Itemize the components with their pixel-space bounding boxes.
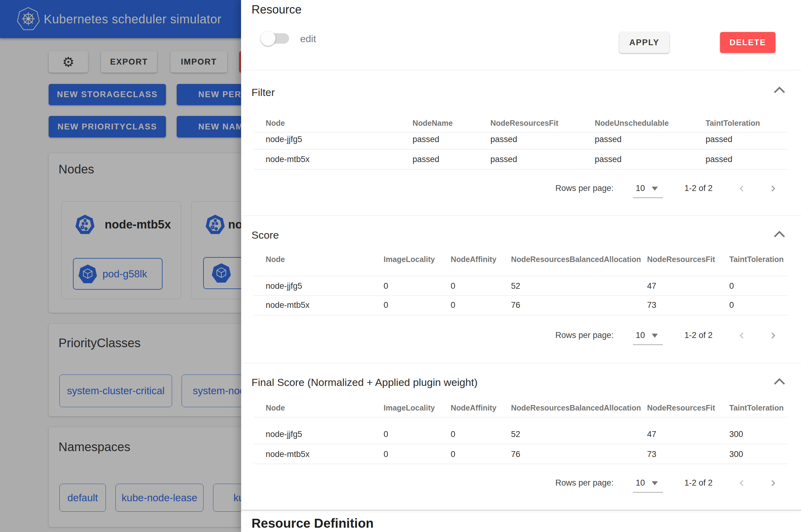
chevron-right-icon[interactable] xyxy=(768,478,778,488)
table-divider xyxy=(254,276,787,276)
filter-section-title: Filter xyxy=(252,86,275,99)
table-cell: node-mtb5x xyxy=(266,448,310,461)
table-header-cell: Node xyxy=(266,401,285,415)
select-underline xyxy=(633,197,663,198)
table-header-cell: NodeAffinity xyxy=(451,401,496,415)
card-edge-divider xyxy=(241,70,241,511)
table-cell: 52 xyxy=(511,428,520,441)
resource-definition-title: Resource Definition xyxy=(252,516,374,531)
chevron-left-icon[interactable] xyxy=(737,184,747,193)
rows-per-page-select[interactable]: 10 xyxy=(633,328,648,342)
table-cell: passed xyxy=(706,153,732,166)
caret-down-icon[interactable] xyxy=(652,334,658,338)
table-divider xyxy=(254,296,787,296)
edit-toggle-knob[interactable] xyxy=(261,31,275,46)
table-header-cell: TaintToleration xyxy=(729,252,784,266)
table-cell: passed xyxy=(413,153,439,166)
table-cell: 52 xyxy=(511,279,520,293)
table-header-cell: TaintToleration xyxy=(706,116,760,130)
table-cell: 76 xyxy=(511,298,520,312)
rows-per-page-label: Rows per page: xyxy=(552,476,614,490)
rows-per-page-select[interactable]: 10 xyxy=(633,476,648,490)
table-header-cell: ImageLocality xyxy=(384,252,435,266)
chevron-right-icon[interactable] xyxy=(768,184,778,193)
screen: Kubernetes scheduler simulator ⚙ EXPORT … xyxy=(0,0,801,532)
pagination-range: 1-2 of 2 xyxy=(677,182,720,195)
table-cell: node-jjfg5 xyxy=(266,279,302,293)
table-cell: 73 xyxy=(647,298,656,312)
table-header-cell: NodeName xyxy=(413,116,453,130)
table-cell: passed xyxy=(490,153,517,166)
rows-per-page-label: Rows per page: xyxy=(552,182,614,195)
table-cell: 0 xyxy=(451,448,455,461)
table-cell: 73 xyxy=(647,448,656,461)
table-header-cell: Node xyxy=(266,252,285,266)
collapse-filter-icon[interactable] xyxy=(773,87,786,94)
table-header-cell: NodeUnschedulable xyxy=(595,116,669,130)
table-cell: 0 xyxy=(384,298,388,312)
rows-per-page-label: Rows per page: xyxy=(552,328,614,342)
table-divider xyxy=(254,169,787,169)
table-cell: node-mtb5x xyxy=(266,153,310,166)
select-underline xyxy=(633,492,663,493)
section-divider xyxy=(241,510,801,511)
caret-down-icon[interactable] xyxy=(652,187,658,191)
table-header-cell: TaintToleration xyxy=(729,401,784,415)
edit-toggle-label: edit xyxy=(300,32,316,45)
table-header-cell: NodeResourcesBalancedAllocation xyxy=(511,401,641,415)
table-cell: 0 xyxy=(384,428,388,441)
chevron-left-icon[interactable] xyxy=(737,331,747,340)
table-cell: node-jjfg5 xyxy=(266,133,302,146)
rows-per-page-select[interactable]: 10 xyxy=(633,182,648,195)
collapse-score-icon[interactable] xyxy=(773,231,786,238)
table-cell: 47 xyxy=(647,279,656,293)
table-cell: 0 xyxy=(729,298,734,312)
table-header-cell: ImageLocality xyxy=(384,401,435,415)
table-cell: 47 xyxy=(647,428,656,441)
table-cell: 0 xyxy=(451,279,455,293)
table-cell: passed xyxy=(413,133,439,146)
final-score-pagination: Rows per page: 10 1-2 of 2 xyxy=(241,476,801,498)
delete-button[interactable]: DELETE xyxy=(720,32,776,53)
table-divider xyxy=(254,132,787,133)
table-cell: passed xyxy=(706,133,732,146)
table-divider xyxy=(254,444,787,444)
table-cell: 0 xyxy=(384,448,388,461)
table-cell: passed xyxy=(490,133,517,146)
drawer-title: Resource xyxy=(252,3,302,16)
caret-down-icon[interactable] xyxy=(652,481,658,485)
table-cell: 300 xyxy=(729,428,743,441)
table-cell: 0 xyxy=(384,279,388,293)
table-header-cell: NodeResourcesBalancedAllocation xyxy=(511,252,641,266)
chevron-left-icon[interactable] xyxy=(737,478,747,488)
score-pagination: Rows per page: 10 1-2 of 2 xyxy=(241,328,801,350)
apply-button[interactable]: APPLY xyxy=(619,32,669,53)
table-cell: node-mtb5x xyxy=(266,298,310,312)
table-cell: 0 xyxy=(451,298,455,312)
pagination-range: 1-2 of 2 xyxy=(677,328,720,342)
pagination-range: 1-2 of 2 xyxy=(677,476,720,490)
filter-pagination: Rows per page: 10 1-2 of 2 xyxy=(241,182,801,204)
table-divider xyxy=(254,417,787,417)
resource-drawer: Resource edit APPLY DELETE Filter NodeNo… xyxy=(241,0,801,532)
table-cell: passed xyxy=(595,153,621,166)
score-section-title: Score xyxy=(252,228,279,242)
table-header-cell: Node xyxy=(266,116,285,130)
table-cell: 76 xyxy=(511,448,520,461)
table-cell: 0 xyxy=(451,428,455,441)
table-cell: passed xyxy=(595,133,621,146)
table-header-cell: NodeAffinity xyxy=(451,252,496,266)
table-header-cell: NodeResourcesFit xyxy=(647,252,715,266)
chevron-right-icon[interactable] xyxy=(768,331,778,340)
table-divider xyxy=(254,464,787,464)
table-header-cell: NodeResourcesFit xyxy=(490,116,559,130)
table-divider xyxy=(254,315,787,316)
table-cell: node-jjfg5 xyxy=(266,428,302,441)
collapse-final-score-icon[interactable] xyxy=(773,378,786,385)
table-cell: 300 xyxy=(729,448,743,461)
table-header-cell: NodeResourcesFit xyxy=(647,401,715,415)
table-cell: 0 xyxy=(729,279,734,293)
select-underline xyxy=(633,344,663,345)
final-score-section-title: Final Score (Normalized + Applied plugin… xyxy=(252,376,477,389)
